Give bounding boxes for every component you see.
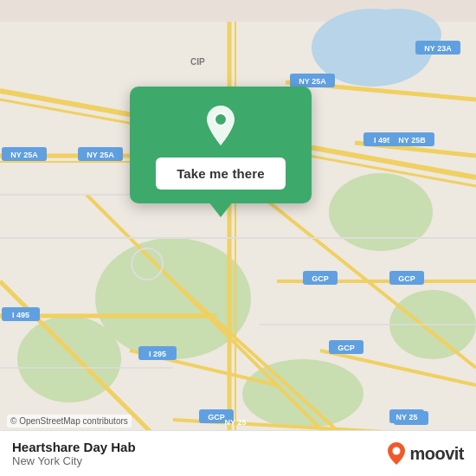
location-city: New York City	[12, 454, 136, 467]
svg-text:NY 23A: NY 23A	[424, 44, 452, 53]
location-name: Heartshare Day Hab	[12, 440, 136, 454]
svg-point-60	[393, 447, 401, 455]
take-me-there-button[interactable]: Take me there	[156, 158, 286, 190]
svg-text:GCP: GCP	[208, 413, 225, 421]
svg-text:NY 25B: NY 25B	[398, 136, 426, 145]
svg-text:GCP: GCP	[398, 274, 415, 283]
svg-text:I 495: I 495	[12, 311, 29, 319]
moovit-text: moovit	[409, 444, 464, 464]
svg-point-59	[215, 113, 227, 125]
map-background: NY 25A NY 25A NY 25A I 495 I 495 I 295 G…	[0, 0, 476, 476]
svg-text:I 495: I 495	[374, 136, 391, 145]
location-info: Heartshare Day Hab New York City	[12, 440, 136, 467]
svg-text:NY 25A: NY 25A	[10, 151, 38, 159]
popup-card: Take me there	[130, 87, 312, 203]
svg-text:CIP: CIP	[190, 57, 205, 67]
svg-text:I 295: I 295	[149, 350, 166, 358]
bottom-bar: Heartshare Day Hab New York City moovit	[0, 430, 476, 476]
moovit-pin-icon	[387, 441, 406, 466]
location-pin-icon	[197, 102, 244, 149]
svg-text:NY 25A: NY 25A	[299, 77, 326, 86]
svg-text:GCP: GCP	[338, 344, 355, 352]
moovit-logo: moovit	[387, 441, 464, 466]
copyright-text: © OpenStreetMap contributors	[7, 415, 132, 428]
svg-point-4	[329, 173, 433, 251]
svg-text:NY 25: NY 25	[396, 413, 418, 421]
svg-text:GCP: GCP	[312, 274, 329, 283]
svg-text:NY 25A: NY 25A	[87, 151, 114, 159]
svg-text:NY 25: NY 25	[225, 418, 247, 427]
map-container: NY 25A NY 25A NY 25A I 495 I 495 I 295 G…	[0, 0, 476, 476]
